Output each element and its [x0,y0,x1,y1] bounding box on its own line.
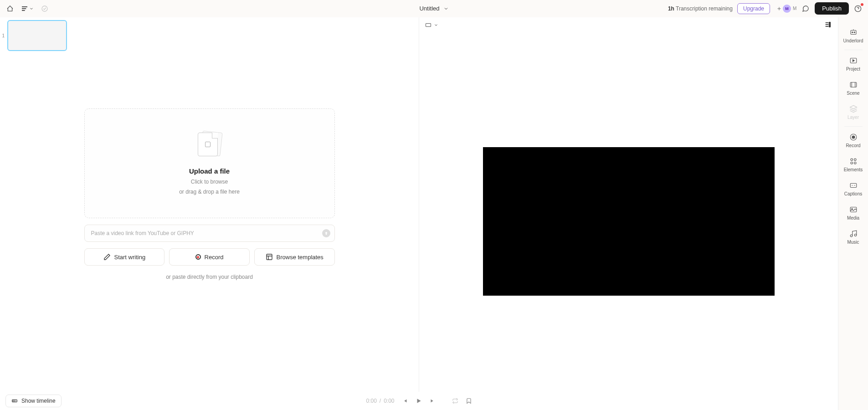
transcription-status: 1h Transcription remaining [668,5,733,12]
chevron-down-icon [443,6,449,11]
paste-hint: or paste directly from your clipboard [166,274,253,280]
captions-icon [849,181,858,190]
svg-rect-15 [850,184,857,188]
music-icon [849,230,858,238]
rail-record[interactable]: Record [838,128,868,153]
skip-back-icon [402,398,408,404]
rail-elements[interactable]: Elements [838,153,868,177]
elements-icon [849,157,858,165]
rail-layer: Layer [838,100,868,124]
media-icon [849,205,858,214]
time-display: 0:00 / 0:00 [366,398,394,404]
app-header: Untitled 1h Transcription remaining Upgr… [0,0,868,17]
svg-rect-8 [850,82,857,87]
menu-button[interactable] [21,5,34,12]
comments-button[interactable] [801,4,810,13]
project-title-button[interactable]: Untitled [419,5,448,12]
chat-icon [802,5,809,12]
scene-strip: 1 [0,17,419,54]
playback-controls: 0:00 / 0:00 [366,398,472,404]
rail-media[interactable]: Media [838,201,868,225]
project-icon [849,56,858,65]
bottom-bar: Show timeline 0:00 / 0:00 [0,392,838,410]
upload-subtitle-2: or drag & drop a file here [179,189,240,195]
svg-point-19 [854,234,857,236]
skip-forward-button[interactable] [429,398,436,404]
timeline-icon [11,398,18,404]
upload-dropzone[interactable]: Upload a file Click to browse or drag & … [84,108,335,218]
rail-music[interactable]: Music [838,225,868,249]
help-icon [854,5,862,12]
svg-point-14 [854,162,856,164]
properties-button[interactable] [824,21,832,30]
bookmark-icon [466,398,472,404]
add-collaborator-icon[interactable] [775,4,784,13]
record-icon [195,254,201,260]
rail-project[interactable]: Project [838,52,868,76]
start-writing-button[interactable]: Start writing [84,248,165,266]
chevron-down-icon [29,6,34,11]
right-sidebar: Underlord Project Scene Layer Record Ele… [838,17,868,410]
skip-forward-icon [429,398,436,404]
home-button[interactable] [5,4,15,13]
browse-templates-button[interactable]: Browse templates [254,248,335,266]
svg-rect-16 [850,207,857,212]
bookmark-button[interactable] [466,398,472,404]
editor-panel: 1 Upload a file Click to browse or drag … [0,17,419,410]
sync-status-icon [40,4,49,13]
upgrade-button[interactable]: Upgrade [737,3,770,14]
collaborators[interactable]: M M [775,4,796,13]
svg-point-10 [852,136,855,138]
play-button[interactable] [416,398,422,404]
svg-point-12 [854,159,856,161]
project-title: Untitled [419,5,439,12]
templates-icon [266,253,273,261]
pen-icon [103,253,111,261]
publish-button[interactable]: Publish [815,2,849,15]
scene-number: 1 [2,33,6,38]
submit-link-button[interactable] [322,229,330,237]
scene-thumbnail-1[interactable] [7,20,67,51]
loop-button[interactable] [452,398,458,404]
help-button[interactable] [853,4,863,13]
svg-point-0 [42,6,47,11]
preview-panel [419,17,838,410]
home-icon [6,5,14,12]
svg-rect-4 [851,31,856,35]
avatar-letter: M [793,6,796,11]
aspect-icon [426,23,431,27]
show-timeline-button[interactable]: Show timeline [5,395,62,407]
svg-point-5 [852,32,853,33]
rail-scene[interactable]: Scene [838,76,868,100]
svg-point-17 [851,208,852,209]
skip-back-button[interactable] [402,398,408,404]
file-icon [196,132,223,158]
video-link-input[interactable] [84,225,335,242]
avatar: M [783,5,791,13]
scene-icon [849,81,858,89]
record-rail-icon [849,133,858,141]
properties-icon [824,21,832,28]
svg-point-6 [854,32,855,33]
rail-captions[interactable]: Captions [838,177,868,201]
upload-title: Upload a file [189,167,230,175]
rail-underlord[interactable]: Underlord [838,24,868,48]
menu-icon [21,5,28,12]
upload-subtitle-1: Click to browse [191,179,228,185]
play-icon [416,398,422,404]
underlord-icon [849,28,858,36]
svg-rect-2 [267,254,272,260]
svg-point-13 [851,162,853,164]
svg-point-11 [851,159,853,161]
loop-icon [452,398,458,404]
arrow-up-icon [324,231,329,236]
svg-point-18 [850,235,853,237]
aspect-ratio-button[interactable] [426,23,438,27]
chevron-down-icon [434,23,438,27]
layer-icon [849,105,858,113]
record-button[interactable]: Record [169,248,250,266]
video-canvas[interactable] [483,147,775,296]
